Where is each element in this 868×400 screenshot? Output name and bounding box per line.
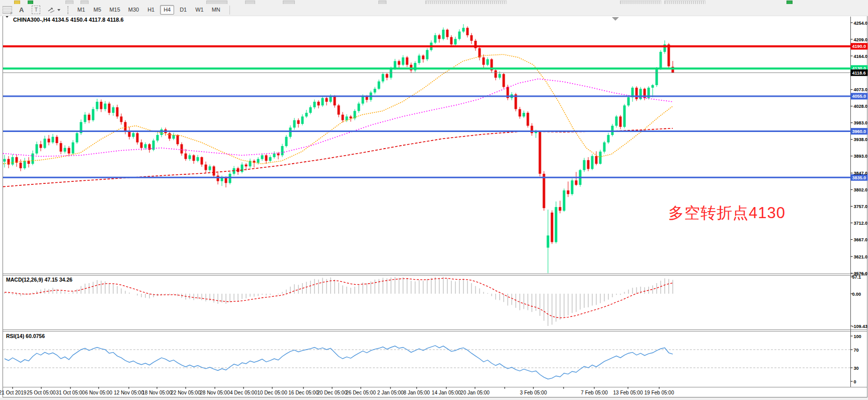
chart-area[interactable]: 4190.04130.04055.03960.03835.04118.6 425… [0,0,868,400]
time-label: 20 Dec 05:00 [317,390,347,395]
time-label: 10 Dec 05:00 [257,390,287,395]
time-label: 3 Feb 05:00 [520,390,547,395]
time-label: 4 Dec 05:00 [230,390,257,395]
time-label: 28 Nov 05:00 [200,390,230,395]
time-label: 18 Nov 05:00 [142,390,172,395]
time-label: 7 Feb 05:00 [581,390,608,395]
time-label: 14 Jan 05:00 [432,390,461,395]
time-label: 12 Nov 05:00 [114,390,144,395]
svg-text:3938.0: 3938.0 [854,137,868,142]
svg-text:3893.0: 3893.0 [854,154,868,159]
level-badge-3960.0: 3960.0 [852,129,866,134]
timeframe-button-D1[interactable]: D1 [176,5,190,15]
level-badge-3835.0: 3835.0 [852,175,866,180]
svg-text:3712.0: 3712.0 [854,221,868,226]
svg-text:0.00: 0.00 [852,292,861,297]
svg-text:4209.0: 4209.0 [854,37,868,42]
time-label: 21 Oct 2019 [0,390,27,395]
time-label: 6 Nov 05:00 [85,390,112,395]
svg-text:3621.0: 3621.0 [854,254,868,259]
main-toolbar: F A T M1M5M15M30H1H4D1W1MN [0,4,868,16]
svg-text:0: 0 [854,379,856,384]
timeframe-button-group: M1M5M15M30H1H4D1W1MN [74,5,225,15]
text-box-tool-button[interactable]: T [30,5,42,15]
svg-text:3983.0: 3983.0 [854,120,868,125]
dropdown-caret-icon [57,9,60,11]
time-label: 2 Jan 05:00 [377,390,404,395]
timeframe-button-H4[interactable]: H4 [160,5,174,15]
trendline-icon [48,7,56,14]
letter-a-icon: A [19,6,24,14]
cursor-grid-tool-button[interactable]: F [1,5,14,15]
svg-text:57.1: 57.1 [852,275,861,280]
timeframe-button-MN[interactable]: MN [209,5,223,15]
svg-text:100: 100 [854,334,861,339]
macd-label: MACD(12,26,9) 47.15 34.26 [6,277,72,283]
cursor-grid-icon: F [3,6,12,14]
time-label: 31 Oct 05:00 [56,390,85,395]
time-label: 22 Nov 05:00 [171,390,201,395]
time-label: 20 Jan 05:00 [460,390,490,395]
timeframe-button-H1[interactable]: H1 [144,5,158,15]
svg-text:4254.0: 4254.0 [854,21,868,26]
svg-text:3757.0: 3757.0 [854,204,868,209]
time-label: 25 Oct 05:00 [27,390,56,395]
chart-annotation-text: 多空转折点4130 [668,203,785,224]
time-label: 16 Dec 05:00 [288,390,319,395]
text-label-tool-button[interactable]: A [18,5,25,15]
time-label: 19 Feb 05:00 [645,390,674,395]
rsi-label: RSI(14) 60.0756 [6,333,45,339]
current-price-badge: 4118.6 [852,71,866,76]
svg-text:3667.0: 3667.0 [854,237,868,242]
svg-text:4073.0: 4073.0 [854,87,868,92]
chart-title: CHINA300-,H4 4134.5 4150.4 4117.8 4118.6 [13,17,124,23]
trendline-tool-button[interactable] [46,5,62,15]
svg-text:3802.0: 3802.0 [854,187,868,192]
time-label: 13 Feb 05:00 [613,390,643,395]
svg-text:4028.0: 4028.0 [854,104,868,109]
letter-t-box-icon: T [32,6,40,14]
timeframe-button-M1[interactable]: M1 [74,5,88,15]
svg-text:4164.0: 4164.0 [854,54,868,59]
svg-text:30: 30 [854,366,859,371]
svg-text:-109.43: -109.43 [852,324,868,329]
level-badge-4055.0: 4055.0 [852,94,866,99]
timeframe-button-M5[interactable]: M5 [90,5,104,15]
toolbar-separator [229,6,230,15]
svg-text:70: 70 [854,348,859,353]
time-label: 8 Jan 05:00 [404,390,430,395]
timeframe-button-W1[interactable]: W1 [192,5,207,15]
clipped-toolbar-row [0,0,868,4]
toolbar-grip-handle[interactable] [67,6,70,14]
level-badge-4190.0: 4190.0 [852,44,866,49]
timeframe-button-M30[interactable]: M30 [125,5,142,15]
time-label: 26 Dec 05:00 [346,390,376,395]
svg-text:3847.0: 3847.0 [854,171,868,176]
timeframe-button-M15[interactable]: M15 [106,5,123,15]
